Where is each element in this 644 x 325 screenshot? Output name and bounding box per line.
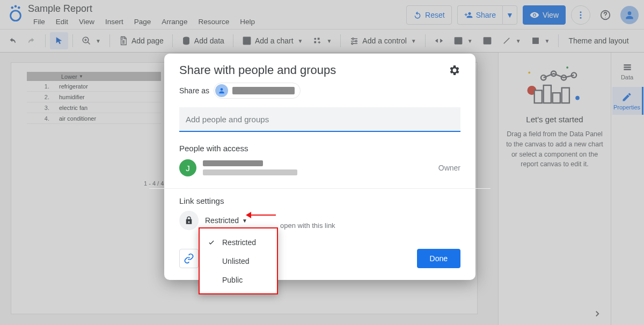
- svg-rect-26: [535, 90, 542, 103]
- help-button[interactable]: [596, 5, 615, 25]
- table-pager: 1 - 4 / 4: [144, 180, 164, 187]
- link-visibility-dropdown[interactable]: Restricted ▼: [205, 216, 247, 225]
- add-chart-label: Add a chart: [255, 36, 294, 45]
- menu-page[interactable]: Page: [129, 16, 157, 28]
- help-illustration: [504, 61, 605, 109]
- menu-resource[interactable]: Resource: [193, 16, 235, 28]
- table-row: 1.refrigerator: [27, 81, 161, 92]
- add-people-placeholder: Add people and groups: [186, 115, 269, 124]
- embed-url-button[interactable]: [430, 32, 448, 49]
- share-as-name-redacted: [232, 87, 295, 94]
- svg-rect-35: [624, 67, 631, 68]
- account-avatar[interactable]: [620, 6, 639, 24]
- add-people-input[interactable]: Add people and groups: [179, 107, 460, 132]
- menu-file[interactable]: File: [28, 16, 50, 28]
- image-button[interactable]: ▼: [449, 32, 477, 49]
- side-rail: Data Properties: [611, 53, 644, 325]
- rail-data-label: Data: [621, 74, 633, 80]
- table-row: 3.electric fan: [27, 102, 161, 113]
- expand-panel-icon[interactable]: [592, 309, 602, 319]
- link-visibility-menu: Restricted Unlisted Public: [199, 227, 278, 294]
- rail-properties-tab[interactable]: Properties: [612, 87, 643, 115]
- svg-point-19: [456, 39, 457, 40]
- menu-item-public[interactable]: Public: [200, 270, 277, 289]
- theme-layout-button[interactable]: Theme and layout: [563, 36, 634, 45]
- toolbar: ▼ Add page Add data Add a chart▼ ▼ Add a…: [0, 29, 644, 53]
- redo-button[interactable]: [23, 32, 41, 49]
- svg-point-4: [580, 11, 582, 13]
- undo-button[interactable]: [3, 32, 21, 49]
- svg-point-6: [580, 17, 582, 19]
- svg-rect-29: [562, 88, 569, 103]
- share-button[interactable]: Share ▼: [457, 5, 517, 25]
- svg-rect-27: [544, 85, 551, 103]
- svg-rect-20: [484, 38, 491, 44]
- copy-link-button[interactable]: [179, 249, 199, 268]
- done-button[interactable]: Done: [417, 249, 460, 268]
- menu-insert[interactable]: Insert: [100, 16, 129, 28]
- svg-rect-36: [624, 69, 631, 70]
- svg-point-25: [566, 67, 568, 69]
- svg-rect-13: [318, 38, 320, 40]
- svg-point-1: [11, 6, 14, 9]
- menu-item-unlisted-label: Unlisted: [222, 257, 250, 265]
- line-button[interactable]: ▼: [497, 32, 525, 49]
- menu-item-unlisted[interactable]: Unlisted: [200, 252, 277, 270]
- more-options-button[interactable]: [571, 5, 590, 25]
- menu-bar: File Edit View Insert Page Arrange Resou…: [28, 16, 260, 28]
- share-as-chip[interactable]: [214, 83, 301, 99]
- person-row: J Owner: [179, 159, 460, 176]
- add-control-label: Add a control: [362, 36, 407, 45]
- zoom-tool[interactable]: ▼: [77, 32, 105, 49]
- svg-point-24: [528, 71, 530, 73]
- svg-rect-28: [553, 93, 560, 103]
- add-data-button[interactable]: Add data: [177, 32, 229, 49]
- menu-item-restricted-label: Restricted: [222, 238, 256, 247]
- help-title: Let's get started: [504, 115, 605, 124]
- select-tool[interactable]: [50, 32, 68, 49]
- svg-rect-14: [314, 41, 317, 43]
- share-as-avatar-icon: [215, 84, 228, 97]
- lock-icon: [179, 211, 199, 230]
- svg-point-5: [580, 14, 582, 16]
- community-visuals-button[interactable]: ▼: [308, 32, 336, 49]
- svg-point-16: [356, 40, 357, 42]
- app-logo: [8, 4, 24, 23]
- sample-table[interactable]: Lower ▼ 1.refrigerator 2.humidifier 3.el…: [27, 72, 161, 124]
- owner-name-redacted: [203, 160, 297, 175]
- table-row: 2.humidifier: [27, 92, 161, 102]
- svg-rect-21: [532, 38, 538, 44]
- menu-arrange[interactable]: Arrange: [156, 16, 193, 28]
- reset-label: Reset: [425, 11, 445, 19]
- view-button[interactable]: View: [523, 5, 566, 25]
- dialog-title: Share with people and groups: [179, 63, 448, 77]
- menu-item-restricted[interactable]: Restricted: [200, 233, 277, 252]
- svg-point-12: [314, 38, 317, 40]
- add-chart-button[interactable]: Add a chart▼: [238, 32, 308, 49]
- doc-title[interactable]: Sample Report: [28, 2, 260, 14]
- svg-point-3: [18, 6, 20, 9]
- add-page-button[interactable]: Add page: [114, 32, 168, 49]
- svg-point-17: [352, 43, 353, 45]
- text-button[interactable]: [478, 32, 496, 49]
- svg-rect-34: [624, 64, 631, 66]
- share-label: Share: [476, 11, 496, 19]
- menu-edit[interactable]: Edit: [50, 16, 74, 28]
- table-header: Lower: [61, 73, 77, 80]
- svg-point-0: [11, 11, 21, 21]
- table-row: 4.air conditioner: [27, 113, 161, 124]
- svg-point-8: [605, 17, 605, 18]
- rail-data-tab[interactable]: Data: [612, 57, 643, 85]
- menu-view[interactable]: View: [74, 16, 100, 28]
- menu-help[interactable]: Help: [235, 16, 260, 28]
- share-dropdown-button[interactable]: ▼: [502, 5, 517, 25]
- help-text: Drag a field from the Data Panel to the …: [504, 129, 605, 169]
- annotation-arrow: [246, 212, 278, 218]
- share-settings-button[interactable]: [448, 64, 460, 77]
- reset-button[interactable]: Reset: [406, 5, 452, 25]
- svg-point-2: [14, 5, 17, 8]
- add-control-button[interactable]: Add a control▼: [345, 32, 420, 49]
- svg-point-30: [541, 75, 546, 80]
- shape-button[interactable]: ▼: [526, 32, 554, 49]
- title-block: Sample Report File Edit View Insert Page…: [28, 2, 260, 28]
